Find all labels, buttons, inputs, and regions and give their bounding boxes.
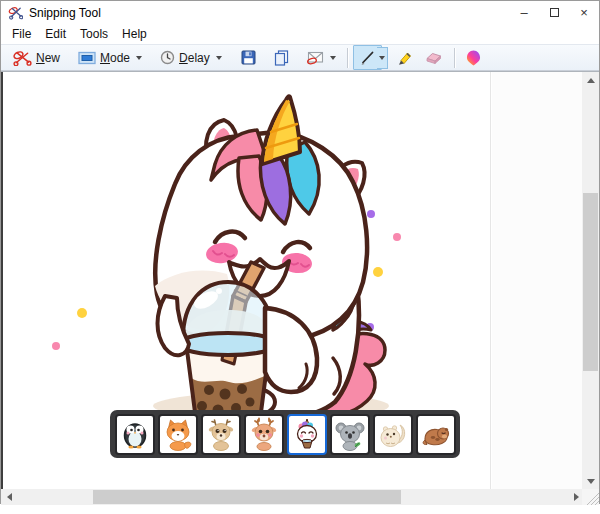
mode-button[interactable]: Mode [72,47,148,69]
copy-button[interactable] [268,46,295,70]
thumbnail-deer [201,414,241,455]
app-scissors-icon [8,5,23,20]
copy-icon [274,50,289,66]
squirrel-icon [376,417,410,451]
deer-icon [204,417,238,451]
send-snip-button[interactable] [301,46,342,69]
new-button-label: New [36,51,60,65]
edit-with-paint3d-button[interactable] [460,45,487,71]
menu-help[interactable]: Help [115,25,154,43]
fox-icon [161,417,195,451]
reindeer-icon [247,417,281,451]
highlighter-icon [396,49,413,66]
vertical-scrollbar-thumb[interactable] [583,193,598,371]
toolbar-separator [347,48,348,68]
title-bar: Snipping Tool – × [1,1,599,24]
menu-tools[interactable]: Tools [73,25,115,43]
thumbnail-penguin [115,414,155,455]
horizontal-scrollbar[interactable] [1,489,584,505]
thumbnail-squirrel [373,414,413,455]
menu-bar: File Edit Tools Help [1,24,599,44]
snipping-tool-window: Snipping Tool – × File Edit Tools Help N… [0,0,600,504]
window-title: Snipping Tool [29,6,509,20]
thumbnail-unicorn-selected [287,414,327,455]
mode-dropdown-arrow-icon[interactable] [136,56,142,60]
toolbar: New Mode Delay [1,44,599,71]
vertical-scrollbar[interactable] [582,72,599,490]
maximize-button[interactable] [539,1,569,24]
horizontal-scrollbar-thumb[interactable] [93,490,401,504]
send-snip-email-icon [307,50,324,65]
pen-icon [359,49,376,66]
thumbnail-reindeer [244,414,284,455]
mode-button-label: Mode [100,51,130,65]
mode-rectangle-icon [78,51,96,65]
save-button[interactable] [235,46,262,69]
unicorn-thumb-icon [290,417,324,451]
koala-icon [333,417,367,451]
menu-file[interactable]: File [5,25,38,43]
eraser-icon [425,50,443,65]
new-scissors-icon [13,49,32,66]
thumbnail-fox [158,414,198,455]
close-button[interactable]: × [569,1,599,24]
thumbnail-koala [330,414,370,455]
delay-button-label: Delay [179,51,210,65]
delay-button[interactable]: Delay [154,46,228,69]
thumbnail-otter [416,414,456,455]
scroll-up-button[interactable] [582,72,599,89]
delay-dropdown-arrow-icon[interactable] [216,56,222,60]
unicorn-horn [262,96,300,164]
delay-clock-icon [160,50,175,65]
scroll-down-button[interactable] [582,473,599,490]
penguin-icon [118,417,152,451]
scroll-left-button[interactable] [1,489,17,505]
pen-dropdown-arrow-icon[interactable] [377,47,388,69]
menu-edit[interactable]: Edit [38,25,73,43]
edit-with-paint3d-icon [466,49,481,67]
save-floppy-icon [241,50,256,65]
new-button[interactable]: New [7,45,66,70]
resize-grip[interactable] [582,489,599,505]
canvas-area [1,71,599,505]
animal-thumbnail-bar [110,410,460,458]
snip-image-surface[interactable] [1,72,491,490]
minimize-button[interactable]: – [509,1,539,24]
canvas-empty-area [492,72,584,490]
highlighter-button[interactable] [390,45,419,70]
eraser-button[interactable] [419,46,449,69]
otter-icon [419,417,453,451]
send-dropdown-arrow-icon[interactable] [330,56,336,60]
toolbar-separator [454,48,455,68]
